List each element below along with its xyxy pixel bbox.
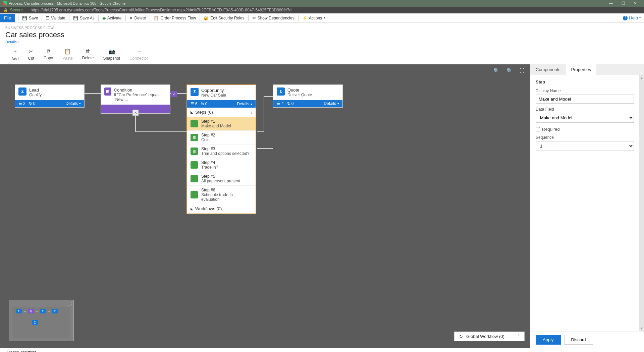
file-menu[interactable]: File (0, 14, 15, 22)
delete-toolbar-button[interactable]: 🗑Delete (82, 48, 94, 61)
condition-true-icon: ✓ (171, 91, 177, 97)
step-row-1[interactable]: ☰ Step #1Make and Model (187, 117, 256, 131)
paste-button[interactable]: 📋Paste (62, 48, 73, 61)
step-row-2[interactable]: ☰ Step #2Color (187, 131, 256, 144)
stage-subtitle: New Car Sale (201, 93, 226, 98)
add-button[interactable]: ＋Add (11, 48, 18, 61)
step-icon: ☰ (191, 191, 198, 198)
minimap[interactable]: ⛶ Σ⊞ΣΣ Σ (9, 300, 74, 341)
paste-icon: 📋 (64, 48, 71, 55)
edit-security-roles-button[interactable]: 🔐Edit Security Roles (201, 13, 247, 22)
sequence-select[interactable]: 1 (536, 141, 634, 151)
tab-properties[interactable]: Properties (566, 64, 596, 75)
url-text[interactable]: https://trial1705.crm.dynamics.com/Tools… (31, 8, 291, 12)
details-button[interactable]: Details ▾ (65, 101, 81, 106)
side-panel: Components Properties Step Display Name … (530, 64, 644, 348)
order-icon: 📋 (154, 16, 159, 20)
delete-button[interactable]: ✕Delete (127, 13, 149, 22)
condition-false-icon[interactable]: ✕ (132, 110, 139, 116)
connector-icon: ⤳ (137, 48, 141, 55)
properties-pane: Step Display Name Data Field Make and Mo… (530, 75, 639, 331)
app-icon (3, 1, 7, 5)
chevron-up-icon[interactable]: ˄ (518, 334, 520, 339)
sequence-label: Sequence (536, 135, 634, 140)
cut-button[interactable]: ✂Cut (28, 48, 34, 61)
step-row-4[interactable]: ☰ Step #4Trade in? (187, 158, 256, 172)
stage-title: Quote (287, 87, 312, 93)
save-as-icon: 💾 (73, 16, 78, 20)
minimap-expand-icon[interactable]: ⛶ (67, 301, 71, 306)
step-icon: ☰ (191, 175, 198, 182)
actions-menu[interactable]: ⚡Actions▾ (300, 13, 328, 22)
designer-toolbar: ＋Add ✂Cut ⧉Copy 📋Paste 🗑Delete 📷Snapshot… (0, 46, 644, 64)
validate-button[interactable]: ☰Validate (43, 13, 68, 22)
snapshot-button[interactable]: 📷Snapshot (103, 48, 120, 61)
stage-opportunity[interactable]: Σ Opportunity New Car Sale ☰ 6 ↻ 0 Detai… (186, 84, 256, 214)
workflow-count: ↻ 0 (201, 102, 208, 106)
step-icon: ☰ (191, 161, 198, 169)
help-icon: ? (623, 16, 628, 20)
order-process-flow-button[interactable]: 📋Order Process Flow (151, 13, 199, 22)
tab-components[interactable]: Components (530, 64, 566, 75)
details-toggle[interactable]: Details▾ (5, 40, 19, 44)
stage-icon: Σ (277, 87, 285, 96)
camera-icon: 📷 (108, 48, 115, 55)
display-name-input[interactable] (536, 95, 634, 104)
condition-icon: ⊞ (104, 87, 111, 96)
steps-count: ☰ 4 (277, 101, 284, 106)
help-link[interactable]: ?Help▾ (623, 15, 641, 20)
trash-icon: 🗑 (85, 48, 91, 54)
dependencies-icon: ⚙ (252, 16, 256, 20)
save-button[interactable]: 💾Save (19, 13, 41, 22)
step-icon: ☰ (191, 134, 198, 141)
activate-button[interactable]: ◉Activate (100, 13, 124, 22)
close-window-button[interactable]: ✕ (629, 1, 641, 6)
side-tabs: Components Properties (530, 64, 644, 75)
condition-node[interactable]: ⊞ Condition If "Car Preference" equals "… (101, 84, 170, 114)
details-button[interactable]: Details ▾ (324, 101, 339, 106)
design-canvas[interactable]: 🔍 🔍 ⛶ Σ Lead Qualify ☰ 2 ↻ 0 Deta (0, 64, 530, 348)
steps-section-header[interactable]: ◣ Steps (6) ↑↓ (187, 108, 256, 117)
stage-icon: Σ (191, 88, 199, 96)
maximize-button[interactable]: ❐ (617, 1, 629, 6)
step-icon: ☰ (191, 120, 198, 127)
global-workflow-panel[interactable]: ↻ Global Workflow (0) ˄ (454, 332, 525, 341)
activate-icon: ◉ (102, 16, 106, 20)
data-field-select[interactable]: Make and Model (536, 113, 634, 123)
command-bar: File 💾Save ☰Validate 💾Save As ◉Activate … (0, 13, 644, 23)
canvas-tools: 🔍 🔍 ⛶ (493, 68, 525, 74)
page-title: Car sales process (5, 31, 639, 39)
required-checkbox[interactable] (536, 127, 540, 131)
fit-screen-icon[interactable]: ⛶ (520, 68, 525, 74)
scroll-up-icon[interactable]: ▴ (641, 76, 643, 79)
details-button[interactable]: Details ▴ (237, 102, 252, 106)
refresh-icon: ↻ (459, 334, 463, 339)
breadcrumb: BUSINESS PROCESS FLOW (5, 26, 639, 30)
zoom-in-icon[interactable]: 🔍 (506, 68, 513, 74)
save-as-button[interactable]: 💾Save As (70, 13, 97, 22)
stage-lead[interactable]: Σ Lead Qualify ☰ 2 ↻ 0 Details ▾ (15, 84, 85, 108)
workflows-section-header[interactable]: ◣ Workflows (0) (187, 204, 256, 214)
status-value: Inactive (21, 350, 36, 352)
step-row-6[interactable]: ☰ Step #6Schedule trade-in evaluation (187, 186, 256, 204)
connector-button[interactable]: ⤳Connector (129, 48, 148, 61)
cut-icon: ✂ (29, 48, 33, 55)
discard-button[interactable]: Discard (564, 335, 593, 345)
move-down-icon[interactable]: ↓ (251, 110, 253, 114)
actions-icon: ⚡ (302, 16, 307, 20)
apply-button[interactable]: Apply (536, 335, 561, 345)
step-row-5[interactable]: ☰ Step #5All paperwork present (187, 172, 256, 186)
stage-quote[interactable]: Σ Quote Deliver Quote ☰ 4 ↻ 0 Details ▾ (273, 84, 343, 108)
zoom-out-icon[interactable]: 🔍 (493, 68, 500, 74)
copy-icon: ⧉ (47, 48, 50, 54)
work-area: 🔍 🔍 ⛶ Σ Lead Qualify ☰ 2 ↻ 0 Deta (0, 64, 644, 348)
side-scrollbar[interactable]: ▴▾ (639, 75, 644, 331)
move-up-icon[interactable]: ↑ (247, 110, 249, 114)
copy-button[interactable]: ⧉Copy (44, 48, 53, 61)
show-dependencies-button[interactable]: ⚙Show Dependencies (250, 13, 297, 22)
steps-count: ☰ 2 (18, 101, 25, 106)
scroll-down-icon[interactable]: ▾ (641, 327, 643, 330)
step-row-3[interactable]: ☰ Step #3Trim and options selected? (187, 144, 256, 158)
minimize-button[interactable]: — (605, 1, 617, 6)
step-icon: ☰ (191, 148, 198, 155)
